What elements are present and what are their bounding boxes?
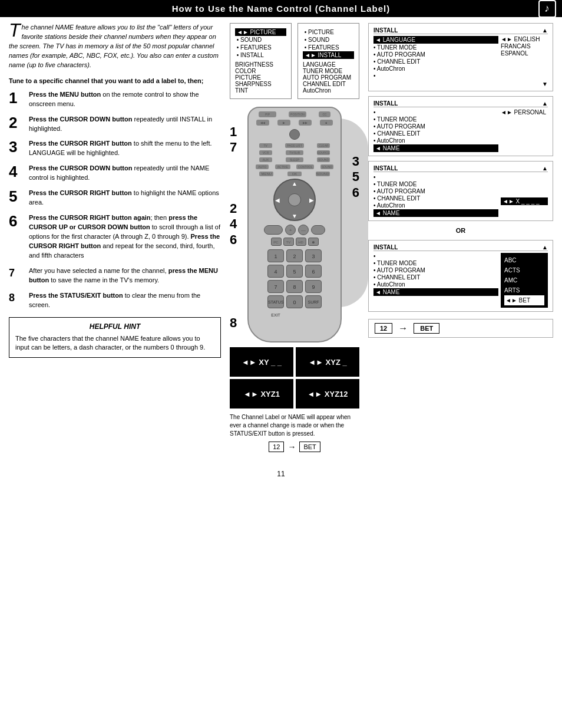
step-text-6: Press the CURSOR RIGHT button again; the… <box>29 213 221 261</box>
step-number-5: 5 <box>9 189 25 204</box>
install-right-abc: ABC <box>504 255 544 265</box>
remote-btn-pc[interactable]: PC <box>271 238 282 246</box>
remote-btn-source: SOURCE <box>317 150 330 155</box>
remote-side-labels-left2: 2 4 6 <box>230 201 237 248</box>
remote-nav-down-arrow[interactable]: ▼ <box>292 213 297 219</box>
install4-dot: • <box>373 253 498 259</box>
install-panel-4: INSTALL ▲ • • TUNER MODE • AUTO PROGRAM … <box>368 240 553 312</box>
remote-power-button[interactable] <box>289 129 300 140</box>
remote-btn-vcr: VCR <box>259 150 272 155</box>
install-panel-1: INSTALL ▲ ◄ LANGUAGE • TUNER MODE • AUTO… <box>368 23 553 91</box>
remote-vol-plus[interactable]: — <box>298 225 309 235</box>
install-down-arrow-1: ▼ <box>373 81 548 87</box>
remote-ch-up[interactable] <box>311 225 325 235</box>
install3-autochron: • AutoChron <box>373 202 498 209</box>
remote-num-6[interactable]: 6 <box>305 265 322 278</box>
remote-btn-active: ACTIVE <box>275 164 290 169</box>
step-6: 6 Press the CURSOR RIGHT button again; t… <box>9 213 221 261</box>
page-number: 11 <box>0 470 562 478</box>
remote-mode-row: AUTO ACTIVE CONTROL SOUND <box>249 163 340 170</box>
remote-num-3[interactable]: 3 <box>305 249 322 262</box>
install-panel-1-left: ◄ LANGUAGE • TUNER MODE • AUTO PROGRAM •… <box>373 36 498 80</box>
install-panel-4-left: • • TUNER MODE • AUTO PROGRAM • CHANNEL … <box>373 253 498 308</box>
install-right-bet-hl: ◄► BET <box>504 295 544 305</box>
install-right-x: ◄► X _ _ _ _ <box>501 197 548 205</box>
install2-chanedit: • CHANNEL EDIT <box>373 130 498 137</box>
remote-bottom-row: STATUSEXIT 0 SURF <box>249 295 340 308</box>
step-text-7: After you have selected a name for the c… <box>29 266 221 285</box>
install-right-espanol: ESPANOL <box>501 50 548 57</box>
remote-num-2[interactable]: 2 <box>286 249 303 262</box>
intro-paragraph: T he channel NAME feature allows you to … <box>9 23 221 70</box>
remote-nav-left-arrow[interactable]: ◀ <box>275 197 280 203</box>
remote-btn-record[interactable]: ⏺ <box>308 238 319 246</box>
remote-num-4[interactable]: 4 <box>267 265 284 278</box>
install-panel-1-body: ◄ LANGUAGE • TUNER MODE • AUTO PROGRAM •… <box>373 36 548 80</box>
channel-number: 12 <box>269 442 284 452</box>
remote-btn-control: CONTROL <box>296 164 314 169</box>
step-2: 2 Press the CURSOR DOWN button repeatedl… <box>9 115 221 134</box>
step-number-8: 8 <box>9 291 25 303</box>
remote-num-9[interactable]: 9 <box>305 280 322 293</box>
remote-btn-tv2[interactable]: TV <box>283 238 294 246</box>
menu-right-items: BRIGHTNESS COLOR PICTURE SHARPNESS TINT <box>235 61 286 94</box>
remote-btn-ok[interactable]: OK <box>287 172 302 176</box>
install-panel-1-right: ◄► ENGLISH FRANCAIS ESPANOL <box>501 36 548 80</box>
remote-nav-ok-center[interactable] <box>288 193 301 206</box>
install-panel-4-right-list: ABC ACTS AMC ARTS ◄► BET <box>501 253 548 308</box>
remote-btn-tvsub: TV/SUB <box>286 150 303 155</box>
menu-item-sound: • SOUND <box>235 36 286 44</box>
install2-autoprog: • AUTO PROGRAM <box>373 123 498 130</box>
step-8: 8 Press the STATUS/EXIT button to clear … <box>9 291 221 310</box>
install-panel-3-right: ◄► X _ _ _ _ <box>501 174 548 217</box>
name-sample-1: ◄► XY _ _ <box>230 347 293 377</box>
remote-btn-status[interactable]: STATUSEXIT <box>267 295 284 308</box>
install-panel-2-header: INSTALL ▲ <box>373 100 548 107</box>
remote-num-7[interactable]: 7 <box>267 280 284 293</box>
center-column: ◄► PICTURE • SOUND • FEATURES • INSTALL … <box>227 23 362 452</box>
remote-nav-up-arrow[interactable]: ▲ <box>292 180 297 187</box>
remote-btn-hd[interactable]: HD <box>296 238 306 246</box>
install-panel-3-left: • • TUNER MODE • AUTO PROGRAM • CHANNEL … <box>373 174 498 217</box>
install-right-personal: ◄► PERSONAL <box>501 109 548 116</box>
remote-btn-position: POSITION <box>289 111 306 117</box>
name-sample-3: ◄► XYZ1 <box>230 379 293 409</box>
install-panel-2-title: INSTALL <box>373 100 398 107</box>
step-text-2: Press the CURSOR DOWN button repeatedly … <box>29 115 221 134</box>
install-item-dot-1: • <box>373 73 498 79</box>
remote-btn-menu[interactable]: MENU <box>259 172 273 176</box>
remote-num-1[interactable]: 1 <box>267 249 284 262</box>
remote-num-8[interactable]: 8 <box>286 280 303 293</box>
install-panel-2-left: • • TUNER MODE • AUTO PROGRAM • CHANNEL … <box>373 109 498 152</box>
step-number-3: 3 <box>9 139 25 154</box>
install3-name-hl: ◄ NAME <box>373 209 498 217</box>
right-column: INSTALL ▲ ◄ LANGUAGE • TUNER MODE • AUTO… <box>368 23 553 452</box>
menu-item-install: • INSTALL <box>235 51 286 59</box>
install-panel-2-right: ◄► PERSONAL <box>501 109 548 152</box>
install-panel-2-body: • • TUNER MODE • AUTO PROGRAM • CHANNEL … <box>373 109 548 152</box>
menu-box-1: ◄► PICTURE • SOUND • FEATURES • INSTALL … <box>230 23 292 99</box>
install-panel-3-body: • • TUNER MODE • AUTO PROGRAM • CHANNEL … <box>373 174 548 217</box>
name-samples: ◄► XY _ _ ◄► XYZ _ ◄► XYZ1 ◄► XYZ12 <box>230 347 359 409</box>
remote-btn-surf[interactable]: SURF <box>305 295 322 308</box>
remote-nav-right-arrow[interactable]: ▶ <box>309 197 314 203</box>
channel-name: BET <box>299 442 320 452</box>
remote-row2: ◀◀ ▶ ▶▶ ■ <box>249 118 340 127</box>
remote-btn-auto: AUTO <box>256 164 269 169</box>
remote-body: PIP POSITION CC ◀◀ ▶ ▶▶ ■ TV PAGE LIST C… <box>247 107 342 342</box>
remote-nav-cross: ▲ ▼ ◀ ▶ <box>273 179 316 221</box>
final-channel-name: BET <box>414 323 439 334</box>
install-panel-3-title: INSTALL <box>373 165 398 172</box>
remote-num-0[interactable]: 0 <box>286 295 303 308</box>
page-title: How to Use the Name Control (Channel Lab… <box>172 4 391 14</box>
remote-vol-minus[interactable] <box>264 225 283 235</box>
remote-btn-stop: ■ <box>320 120 333 126</box>
remote-num-5[interactable]: 5 <box>286 265 303 278</box>
install3-autoprog: • AUTO PROGRAM <box>373 188 498 195</box>
install-item-chanedit-1: • CHANNEL EDIT <box>373 58 498 65</box>
menu2-install-hl: ◄► INSTALL <box>303 51 354 59</box>
intro-text: he channel NAME feature allows you to li… <box>9 24 219 68</box>
remote-mute[interactable]: + <box>285 225 296 235</box>
remote-btn-clear: CLEAR <box>317 143 330 148</box>
remote-btn-next: ▶▶ <box>299 120 312 126</box>
